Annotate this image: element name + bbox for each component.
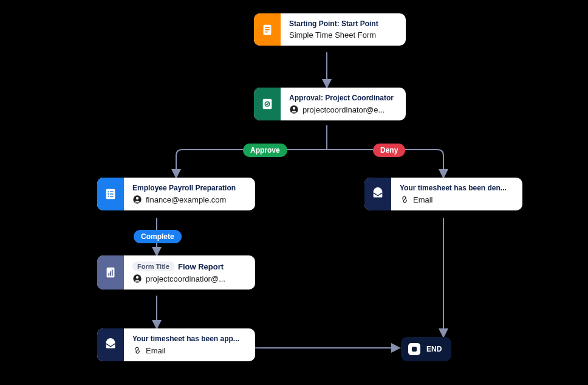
svg-point-16 [136,197,138,199]
link-icon [400,195,409,204]
svg-rect-13 [108,196,109,197]
form-title-chip: Form Title [132,262,174,271]
user-icon [132,195,142,204]
link-icon [132,345,142,355]
node-end[interactable]: END [401,337,451,361]
workflow-diagram: Starting Point: Start Point Simple Time … [0,0,588,385]
svg-point-23 [136,276,138,279]
task-list-icon [97,178,124,210]
end-label: END [426,345,442,353]
svg-rect-19 [108,273,109,276]
stop-icon [408,343,420,355]
svg-point-7 [293,107,295,109]
node-start[interactable]: Starting Point: Start Point Simple Time … [254,13,406,46]
report-icon [97,255,124,290]
svg-rect-21 [112,269,113,276]
document-icon [254,13,281,46]
node-payroll[interactable]: Employee Payroll Preparation finance@exa… [97,178,255,210]
node-approval[interactable]: Approval: Project Coordinator projectcoo… [254,88,406,120]
decision-deny-pill: Deny [373,144,405,157]
node-report[interactable]: Form Title Flow Report projectcoordinati… [97,255,255,290]
user-icon [132,274,142,283]
svg-rect-20 [110,271,111,276]
node-title: Employee Payroll Preparation [132,184,236,192]
node-title: Flow Report [178,262,224,271]
svg-rect-9 [108,191,109,192]
node-title: Starting Point: Start Point [289,19,378,28]
node-title: Your timesheet has been app... [132,335,239,343]
node-subtitle: Email [146,346,166,355]
decision-approve-pill: Approve [243,144,287,157]
node-denied[interactable]: Your timesheet has been den... Email [364,178,522,210]
node-title: Approval: Project Coordinator [289,94,394,102]
node-subtitle: finance@example.com [146,195,226,204]
status-complete-pill: Complete [134,230,182,243]
node-title: Your timesheet has been den... [400,184,507,192]
mail-icon [97,328,124,361]
svg-rect-11 [108,193,109,195]
node-subtitle: projectcoordinatior@... [146,274,225,283]
node-approved[interactable]: Your timesheet has been app... Email [97,328,255,361]
node-subtitle: projectcoordinator@e... [303,105,385,114]
node-subtitle: Simple Time Sheet Form [289,30,376,40]
approval-icon [254,88,281,120]
mail-icon [364,178,391,210]
user-icon [289,105,299,114]
node-subtitle: Email [413,195,433,204]
